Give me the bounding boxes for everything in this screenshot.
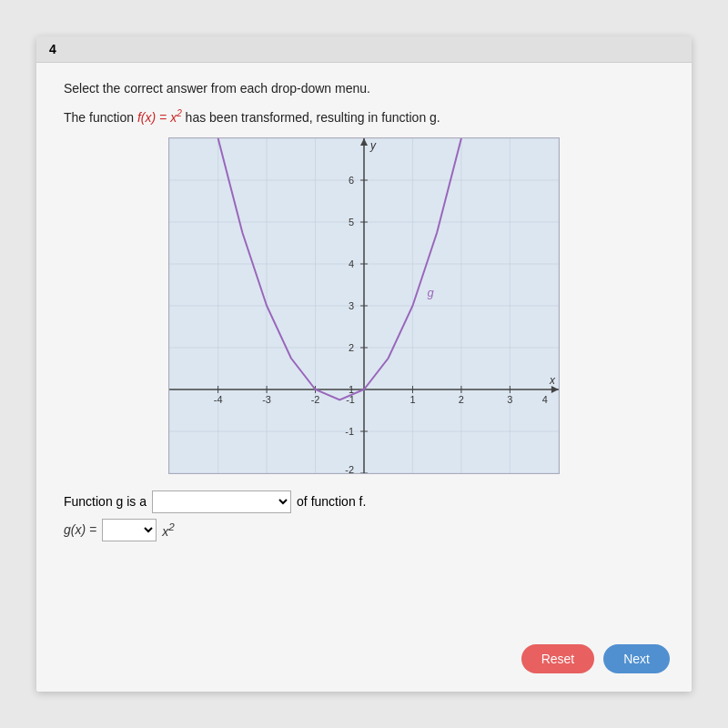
problem-statement: The function f(x) = x2 has been transfor…: [64, 108, 664, 125]
svg-text:4: 4: [542, 394, 548, 405]
dropdown1-prefix: Function g is a: [64, 494, 147, 509]
svg-text:3: 3: [507, 394, 512, 405]
svg-text:2: 2: [459, 394, 464, 405]
dropdown1-suffix: of function f.: [297, 494, 366, 509]
svg-text:5: 5: [349, 217, 354, 228]
graph-svg: -4 -3 -2 -1 1 2 3 4 x 6 5 4 3 2 1 -1 -2: [169, 138, 559, 473]
svg-text:3: 3: [349, 300, 354, 311]
svg-text:y: y: [369, 139, 377, 152]
question-number: 4: [36, 36, 692, 63]
svg-text:6: 6: [349, 174, 354, 185]
dropdown-row-2: g(x) = ½ 2 3 ¼ x2: [64, 519, 664, 541]
svg-text:-4: -4: [214, 394, 223, 405]
instruction-text: Select the correct answer from each drop…: [64, 81, 664, 96]
statement-prefix: The function: [64, 110, 134, 125]
next-button[interactable]: Next: [603, 644, 670, 673]
coefficient-select[interactable]: ½ 2 3 ¼: [102, 519, 157, 541]
dropdown-row-1: Function g is a vertical stretch vertica…: [64, 490, 664, 513]
graph-container: -4 -3 -2 -1 1 2 3 4 x 6 5 4 3 2 1 -1 -2: [168, 137, 560, 474]
svg-text:-2: -2: [311, 394, 320, 405]
function-type-select[interactable]: vertical stretch vertical compression ho…: [152, 490, 291, 513]
content-area: Select the correct answer from each drop…: [36, 63, 692, 620]
fx-label: f(x) = x2: [137, 110, 186, 125]
buttons-row: Reset Next: [521, 644, 670, 673]
dropdowns-section: Function g is a vertical stretch vertica…: [64, 490, 664, 541]
svg-text:g: g: [428, 286, 435, 299]
page-container: 4 Select the correct answer from each dr…: [36, 36, 692, 692]
svg-text:-1: -1: [345, 426, 354, 437]
svg-text:1: 1: [410, 394, 415, 405]
svg-text:4: 4: [349, 258, 354, 269]
x-squared-label: x2: [162, 521, 174, 539]
svg-text:x: x: [549, 373, 556, 386]
statement-suffix: has been transformed, resulting in funct…: [186, 110, 440, 125]
svg-text:-2: -2: [345, 464, 354, 473]
svg-text:2: 2: [349, 342, 354, 353]
svg-text:-3: -3: [262, 394, 271, 405]
gx-label: g(x) =: [64, 522, 96, 537]
reset-button[interactable]: Reset: [521, 644, 595, 673]
